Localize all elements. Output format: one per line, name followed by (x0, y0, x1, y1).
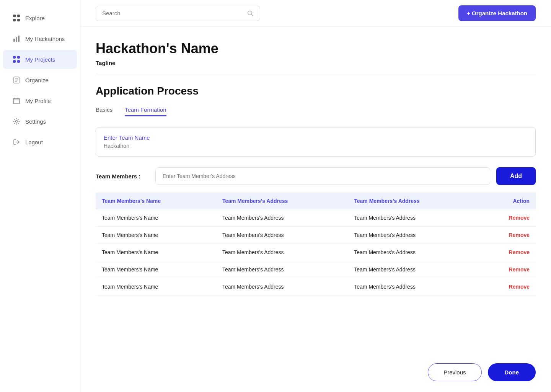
sidebar-item-label: My Hackathons (25, 36, 65, 42)
search-input[interactable] (102, 10, 244, 16)
cell-action-0: Remove (480, 209, 536, 227)
cell-address1-1: Team Members's Address (216, 227, 348, 244)
cell-action-4: Remove (480, 278, 536, 296)
remove-button-3[interactable]: Remove (509, 266, 530, 273)
cell-action-2: Remove (480, 244, 536, 261)
sidebar-item-my-profile[interactable]: My Profile (3, 91, 77, 110)
cell-address1-3: Team Members's Address (216, 261, 348, 278)
sidebar-item-my-projects[interactable]: My Projects (3, 50, 77, 69)
col-header-name: Team Members's Name (96, 193, 216, 209)
svg-line-13 (251, 14, 253, 16)
cell-name-3: Team Members's Name (96, 261, 216, 278)
team-members-table: Team Members's Name Team Members's Addre… (96, 193, 536, 296)
tab-team-formation[interactable]: Team Formation (125, 106, 166, 116)
svg-rect-1 (16, 37, 17, 42)
cell-address2-4: Team Members's Address (348, 278, 479, 296)
cell-address2-1: Team Members's Address (348, 227, 479, 244)
content-area: Hackathon's Name Tagline Application Pro… (80, 27, 551, 353)
table-row: Team Members's Name Team Members's Addre… (96, 244, 536, 261)
table-row: Team Members's Name Team Members's Addre… (96, 227, 536, 244)
add-member-button[interactable]: Add (496, 167, 536, 185)
footer: Previous Done (80, 353, 551, 392)
hackathon-tagline: Tagline (96, 60, 536, 66)
svg-point-11 (16, 121, 18, 122)
section-divider (96, 74, 536, 74)
col-header-address2: Team Members's Address (348, 193, 479, 209)
team-name-container: Enter Team Name (96, 127, 536, 157)
sidebar-item-label: Logout (25, 139, 43, 145)
table-row: Team Members's Name Team Members's Addre… (96, 278, 536, 296)
sidebar-item-label: Explore (25, 15, 45, 21)
tabs: Basics Team Formation (96, 106, 536, 116)
cell-name-1: Team Members's Name (96, 227, 216, 244)
sidebar-item-settings[interactable]: Settings (3, 112, 77, 131)
team-members-row: Team Members : Add (96, 167, 536, 185)
cell-address2-3: Team Members's Address (348, 261, 479, 278)
sidebar-item-logout[interactable]: Logout (3, 132, 77, 152)
team-name-input[interactable] (104, 143, 528, 149)
grid-icon (12, 14, 21, 22)
col-header-action: Action (480, 193, 536, 209)
cell-address2-2: Team Members's Address (348, 244, 479, 261)
table-header-row: Team Members's Name Team Members's Addre… (96, 193, 536, 209)
svg-rect-0 (13, 39, 15, 42)
projects-icon (12, 55, 21, 64)
hackathon-title: Hackathon's Name (96, 41, 536, 57)
sidebar: Explore My Hackathons My Projects (0, 0, 80, 392)
gear-icon (12, 117, 21, 126)
cell-name-2: Team Members's Name (96, 244, 216, 261)
team-members-label: Team Members : (96, 173, 149, 180)
team-name-label: Enter Team Name (104, 134, 528, 141)
svg-rect-2 (18, 36, 20, 42)
search-icon (247, 10, 254, 17)
svg-rect-7 (13, 98, 20, 104)
sidebar-item-my-hackathons[interactable]: My Hackathons (3, 29, 77, 48)
section-title: Application Process (96, 85, 536, 97)
cell-action-1: Remove (480, 227, 536, 244)
remove-button-1[interactable]: Remove (509, 232, 530, 238)
sidebar-item-label: My Profile (25, 98, 51, 104)
team-member-address-input[interactable] (155, 167, 490, 185)
cell-address2-0: Team Members's Address (348, 209, 479, 227)
table-row: Team Members's Name Team Members's Addre… (96, 209, 536, 227)
bar-chart-icon (12, 34, 21, 43)
search-bar (96, 6, 260, 21)
sidebar-item-label: My Projects (25, 56, 55, 63)
main-content: + Organize Hackathon Hackathon's Name Ta… (80, 0, 551, 392)
table-row: Team Members's Name Team Members's Addre… (96, 261, 536, 278)
cell-address1-4: Team Members's Address (216, 278, 348, 296)
doc-icon (12, 76, 21, 84)
cell-action-3: Remove (480, 261, 536, 278)
calendar-icon (12, 96, 21, 105)
sidebar-item-label: Organize (25, 77, 49, 83)
tab-basics[interactable]: Basics (96, 106, 112, 116)
cell-name-0: Team Members's Name (96, 209, 216, 227)
header: + Organize Hackathon (80, 0, 551, 27)
col-header-address1: Team Members's Address (216, 193, 348, 209)
remove-button-0[interactable]: Remove (509, 215, 530, 221)
sidebar-item-explore[interactable]: Explore (3, 8, 77, 28)
logout-icon (12, 138, 21, 146)
sidebar-item-label: Settings (25, 118, 46, 125)
cell-address1-2: Team Members's Address (216, 244, 348, 261)
sidebar-item-organize[interactable]: Organize (3, 70, 77, 90)
cell-address1-0: Team Members's Address (216, 209, 348, 227)
remove-button-4[interactable]: Remove (509, 284, 530, 290)
previous-button[interactable]: Previous (428, 363, 481, 381)
cell-name-4: Team Members's Name (96, 278, 216, 296)
done-button[interactable]: Done (488, 363, 536, 381)
organize-hackathon-button[interactable]: + Organize Hackathon (458, 5, 536, 21)
remove-button-2[interactable]: Remove (509, 249, 530, 255)
